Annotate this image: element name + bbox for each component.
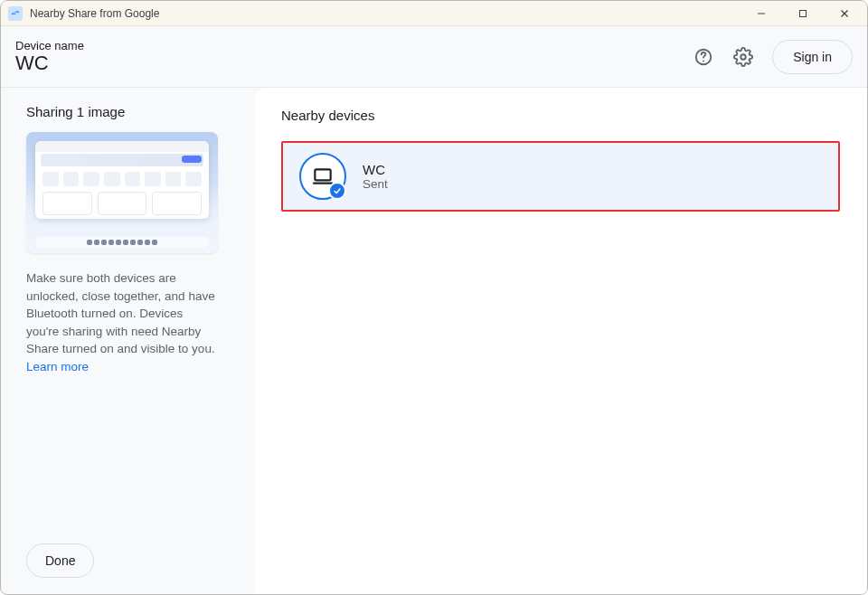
titlebar: Nearby Share from Google xyxy=(1,1,867,26)
window-title: Nearby Share from Google xyxy=(30,7,159,20)
app-icon xyxy=(8,6,23,21)
status-check-icon xyxy=(328,182,346,200)
close-button[interactable] xyxy=(824,1,865,26)
device-avatar xyxy=(299,153,346,200)
help-button[interactable] xyxy=(685,39,722,75)
device-name-label: Device name xyxy=(15,39,84,52)
device-name-value: WC xyxy=(15,52,84,74)
svg-rect-7 xyxy=(315,169,330,180)
done-button[interactable]: Done xyxy=(26,543,94,578)
help-text: Make sure both devices are unlocked, clo… xyxy=(26,269,218,375)
svg-point-5 xyxy=(703,60,704,61)
device-info: WC Sent xyxy=(363,162,388,191)
maximize-button[interactable] xyxy=(782,1,824,26)
sign-in-button[interactable]: Sign in xyxy=(772,40,853,74)
sharing-title: Sharing 1 image xyxy=(26,104,236,119)
help-text-body: Make sure both devices are unlocked, clo… xyxy=(26,271,215,355)
image-preview xyxy=(26,132,218,253)
nearby-devices-title: Nearby devices xyxy=(281,108,840,123)
settings-button[interactable] xyxy=(725,39,761,75)
header: Device name WC Sign in xyxy=(1,26,867,88)
svg-line-3 xyxy=(842,10,848,16)
device-name: WC xyxy=(363,162,388,177)
minimize-button[interactable] xyxy=(741,1,782,26)
app-window: Nearby Share from Google Device name WC xyxy=(0,0,868,595)
svg-rect-1 xyxy=(800,10,807,16)
device-row[interactable]: WC Sent xyxy=(281,141,840,212)
main-panel: Nearby devices WC Sent xyxy=(254,88,867,594)
sidebar: Sharing 1 image Make sure both devices a… xyxy=(1,88,254,594)
device-status: Sent xyxy=(363,177,388,191)
learn-more-link[interactable]: Learn more xyxy=(26,360,89,373)
svg-line-2 xyxy=(842,10,848,16)
svg-point-6 xyxy=(741,54,746,60)
body: Sharing 1 image Make sure both devices a… xyxy=(1,88,867,594)
device-name-block: Device name WC xyxy=(15,39,84,74)
